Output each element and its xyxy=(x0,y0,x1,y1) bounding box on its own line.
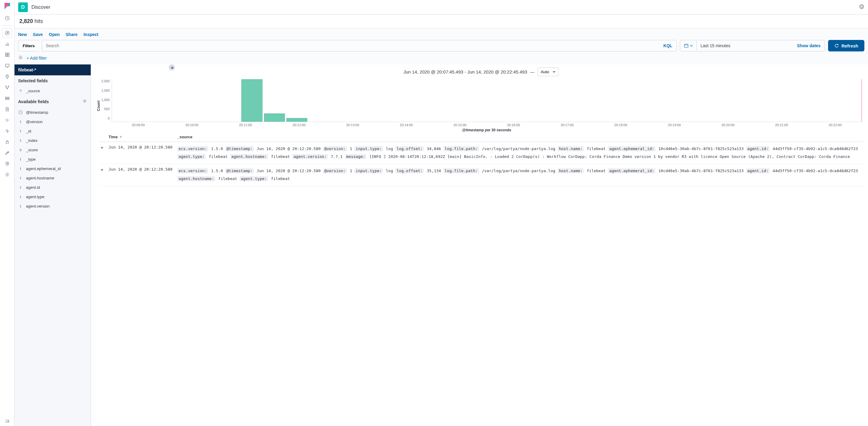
nav-metrics-icon[interactable] xyxy=(2,93,12,103)
field-item[interactable]: tagent.type xyxy=(14,192,91,202)
svg-point-15 xyxy=(860,4,864,9)
field-item[interactable]: tagent.id xyxy=(14,183,91,192)
hits-count: 2,820 xyxy=(19,18,33,24)
filter-settings-icon[interactable] xyxy=(18,55,23,61)
nav-apm-icon[interactable] xyxy=(2,115,12,125)
field-name: _score xyxy=(26,148,38,152)
date-range-text: Last 15 minutes xyxy=(697,41,793,51)
field-name: agent.ephemeral_id xyxy=(26,166,61,171)
svg-rect-2 xyxy=(5,53,7,55)
newsfeed-icon[interactable] xyxy=(859,4,864,10)
calendar-icon[interactable] xyxy=(680,41,697,51)
show-dates-link[interactable]: Show dates xyxy=(793,43,825,48)
svg-rect-11 xyxy=(5,97,9,98)
field-item[interactable]: t@version xyxy=(14,117,91,126)
refresh-label: Refresh xyxy=(841,43,858,49)
menu-share[interactable]: Share xyxy=(66,32,78,37)
nav-monitoring-icon[interactable] xyxy=(2,159,12,169)
row-source: ecs.version: 1.5.0 @timestamp: Jun 14, 2… xyxy=(175,164,863,186)
hits-bar: 2,820 hits xyxy=(14,14,868,28)
svg-point-16 xyxy=(861,6,863,8)
breadcrumb[interactable]: Discover xyxy=(31,4,50,10)
top-menu: New Save Open Share Inspect xyxy=(18,31,864,40)
svg-rect-4 xyxy=(5,55,7,57)
nav-management-icon[interactable] xyxy=(2,170,12,179)
field-name: @version xyxy=(26,120,43,124)
expand-row-icon[interactable]: ▸ xyxy=(99,142,106,164)
nav-recent-icon[interactable] xyxy=(2,13,12,23)
nav-ml-icon[interactable] xyxy=(2,83,12,92)
field-item[interactable]: tagent.hostname xyxy=(14,173,91,183)
field-name: _type xyxy=(26,157,36,161)
nav-devtools-icon[interactable] xyxy=(2,148,12,158)
column-time[interactable]: Time▼ xyxy=(106,132,175,142)
search-input[interactable] xyxy=(42,40,659,51)
field-name: agent.version xyxy=(26,204,50,209)
nav-canvas-icon[interactable] xyxy=(2,61,12,70)
hits-label: hits xyxy=(34,18,43,24)
doc-table: Time▼ _source ▸Jun 14, 2020 @ 20:12:20.5… xyxy=(94,132,868,426)
column-source[interactable]: _source xyxy=(175,132,863,142)
expand-row-icon[interactable]: ▸ xyxy=(99,164,106,186)
histogram-bar[interactable] xyxy=(264,114,285,122)
search-wrap: KQL xyxy=(42,40,677,52)
svg-point-1 xyxy=(5,31,9,35)
row-time: Jun 14, 2020 @ 20:12:20.580 xyxy=(106,142,175,164)
nav-maps-icon[interactable] xyxy=(2,72,12,81)
svg-point-7 xyxy=(7,75,7,77)
svg-point-14 xyxy=(6,174,8,176)
svg-rect-5 xyxy=(7,55,9,57)
field-name: _source xyxy=(26,89,40,93)
field-item[interactable]: t_type xyxy=(14,155,91,164)
refresh-button[interactable]: Refresh xyxy=(828,40,864,52)
field-item[interactable]: ?_source xyxy=(14,86,91,96)
y-axis-label: Count xyxy=(96,79,101,132)
histogram-range: Jun 14, 2020 @ 20:07:45.493 - Jun 14, 20… xyxy=(403,69,527,74)
field-name: agent.hostname xyxy=(26,176,54,180)
filters-button[interactable]: Filters xyxy=(18,40,39,52)
field-item[interactable]: tagent.version xyxy=(14,202,91,211)
add-filter-link[interactable]: + Add filter xyxy=(27,56,47,61)
histogram-bar[interactable] xyxy=(241,79,262,122)
field-item[interactable]: tagent.ephemeral_id xyxy=(14,164,91,173)
kibana-logo[interactable] xyxy=(4,2,11,10)
field-item[interactable]: #_score xyxy=(14,145,91,155)
x-axis-label: @timestamp per 30 seconds xyxy=(112,127,862,132)
nav-collapse-icon[interactable] xyxy=(2,416,12,426)
nav-siem-icon[interactable] xyxy=(2,137,12,147)
fields-settings-icon[interactable] xyxy=(82,99,87,104)
app-badge: D xyxy=(18,2,28,12)
row-time: Jun 14, 2020 @ 20:12:20.580 xyxy=(106,164,175,186)
svg-rect-3 xyxy=(7,53,9,55)
field-name: agent.type xyxy=(26,194,44,199)
field-item[interactable]: t_index xyxy=(14,136,91,145)
histogram-dash: — xyxy=(530,69,534,74)
field-item[interactable]: @timestamp xyxy=(14,108,91,117)
table-row: ▸Jun 14, 2020 @ 20:12:20.580ecs.version:… xyxy=(99,142,863,164)
row-source: ecs.version: 1.5.0 @timestamp: Jun 14, 2… xyxy=(175,142,863,164)
svg-point-10 xyxy=(7,88,7,89)
sort-icon[interactable]: ▼ xyxy=(119,134,123,139)
nav-dashboard-icon[interactable] xyxy=(2,50,12,60)
nav-visualize-icon[interactable] xyxy=(2,39,12,49)
nav-logs-icon[interactable] xyxy=(2,104,12,114)
date-picker[interactable]: Last 15 minutes Show dates xyxy=(680,40,825,52)
menu-inspect[interactable]: Inspect xyxy=(84,32,98,37)
chart-plot-area[interactable] xyxy=(112,79,862,122)
menu-save[interactable]: Save xyxy=(33,32,43,37)
interval-select[interactable]: Auto xyxy=(537,67,559,76)
menu-new[interactable]: New xyxy=(18,32,27,37)
menu-open[interactable]: Open xyxy=(49,32,60,37)
nav-uptime-icon[interactable] xyxy=(2,126,12,136)
field-name: _index xyxy=(26,138,37,143)
histogram-bar[interactable] xyxy=(286,118,307,122)
sidebar-collapse-icon[interactable]: ◀ xyxy=(169,64,175,70)
svg-rect-6 xyxy=(5,64,9,67)
svg-rect-12 xyxy=(5,99,9,99)
field-item[interactable]: t_id xyxy=(14,126,91,136)
nav-discover-icon[interactable] xyxy=(2,28,12,38)
index-pattern-select[interactable]: filebeat-* xyxy=(14,64,91,75)
fields-sidebar: filebeat-* Selected fields ?_source Avai… xyxy=(14,64,91,426)
svg-rect-17 xyxy=(684,44,688,48)
kql-toggle[interactable]: KQL xyxy=(659,43,677,48)
